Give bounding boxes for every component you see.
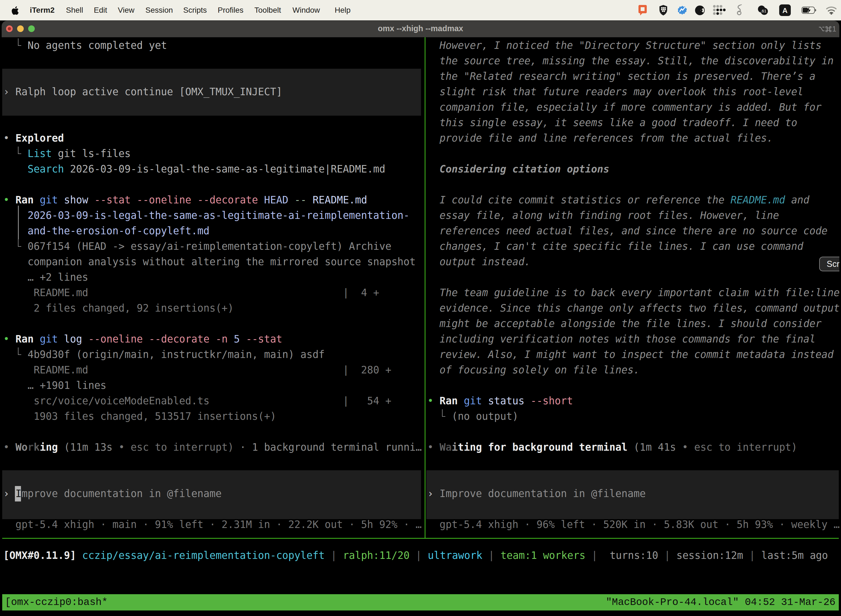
svg-text:..61: ..61 bbox=[759, 9, 766, 13]
svg-text:A: A bbox=[782, 6, 788, 15]
